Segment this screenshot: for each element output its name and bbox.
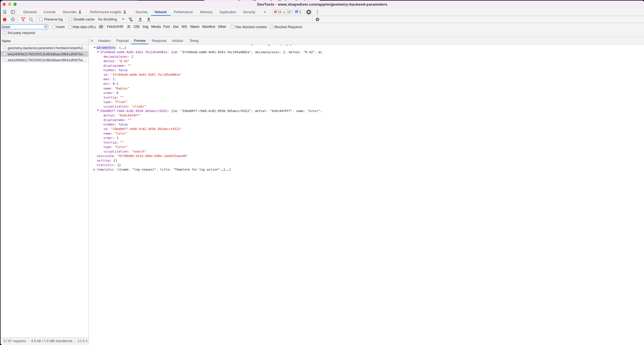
disable-cache-checkbox[interactable] xyxy=(69,18,72,21)
tab-recorder[interactable]: Recorder xyxy=(63,8,81,15)
json-line-displayname[interactable]: displayname: "" xyxy=(89,118,322,122)
tab-elements[interactable]: Elements xyxy=(23,8,37,15)
network-conditions-icon[interactable] xyxy=(128,17,133,22)
json-line-33bd00f7-fb60-4c82-9558-3b5abccf4322[interactable]: 33bd00f7-fb60-4c82-9558-3b5abccf4322: {i… xyxy=(89,109,322,113)
json-line-visualization[interactable]: visualization: "swatch" xyxy=(89,149,322,154)
request-row[interactable]: geometry-backend-parameters?embed=ticket… xyxy=(1,45,88,51)
json-line-min[interactable]: min: 0.1 xyxy=(89,82,322,86)
tab-security[interactable]: Security xyxy=(243,8,255,15)
blocked-requests-checkbox[interactable] xyxy=(270,25,273,28)
json-line-defval[interactable]: defval: "0x0c44f0ff" xyxy=(89,113,322,118)
json-line-defval[interactable]: defval: "0.42" xyxy=(89,59,322,64)
has-blocked-cookies-checkbox[interactable] xyxy=(231,25,234,28)
json-colon: : xyxy=(116,96,120,99)
filter-icon[interactable] xyxy=(21,17,25,21)
filter-type-ws[interactable]: WS xyxy=(182,24,187,29)
filter-type-wasm[interactable]: Wasm xyxy=(190,24,199,29)
json-line-id[interactable]: id: "33bd00f7-fb60-4c82-9558-3b5abccf432… xyxy=(89,127,322,131)
tab-sources[interactable]: Sources xyxy=(136,8,148,15)
json-key: tooltip xyxy=(103,96,116,99)
inspect-element-icon[interactable] xyxy=(3,10,7,14)
close-detail-icon[interactable] xyxy=(90,39,93,42)
json-line-setting[interactable]: setting: {} xyxy=(89,158,322,163)
detail-tab-headers[interactable]: Headers xyxy=(98,38,111,45)
json-line-hidden[interactable]: hidden: false xyxy=(89,68,322,73)
import-har-icon[interactable] xyxy=(138,17,142,22)
third-party-checkbox[interactable] xyxy=(3,31,6,34)
json-line-max[interactable]: max: 1 xyxy=(89,77,322,82)
throttling-select[interactable]: No throttling xyxy=(98,17,117,21)
detail-tab-response[interactable]: Response xyxy=(152,38,166,45)
filter-type-other[interactable]: Other xyxy=(218,24,226,29)
json-line-type[interactable]: type: "Float" xyxy=(89,100,322,104)
json-line-displayname[interactable]: displayname: "" xyxy=(89,64,322,68)
json-value: {} xyxy=(114,159,117,162)
kebab-menu-icon[interactable] xyxy=(317,10,318,15)
json-line-type[interactable]: type: "Color" xyxy=(89,145,322,149)
json-line-3fc04be8-edd6-4e01-9261-7bc145a4081e[interactable]: 3fc04be8-edd6-4e01-9261-7bc145a4081e: {i… xyxy=(89,50,322,55)
json-line-sessionId[interactable]: sessionId: "5578698d-b514-466d-b90e-1abd… xyxy=(89,154,322,158)
messages-badge[interactable]: 2 xyxy=(293,9,303,14)
json-line-visualization[interactable]: visualization: "slider" xyxy=(89,104,322,109)
preserve-log-label: Preserve log xyxy=(44,17,63,21)
json-line-hidden[interactable]: hidden: false xyxy=(89,122,322,127)
json-line-decimalplaces[interactable]: decimalplaces: 2 xyxy=(89,55,322,59)
network-settings-gear-icon[interactable] xyxy=(316,17,319,21)
json-line-order[interactable]: order: 1 xyxy=(89,136,322,140)
request-checkbox[interactable] xyxy=(3,58,6,61)
detail-tab-initiator[interactable]: Initiator xyxy=(172,38,183,45)
json-line-tooltip[interactable]: tooltip: "" xyxy=(89,140,322,145)
tab-application[interactable]: Application xyxy=(219,8,236,15)
invert-checkbox[interactable] xyxy=(52,25,55,28)
name-column-header[interactable]: Name xyxy=(1,38,88,45)
tab-network[interactable]: Network xyxy=(155,8,167,15)
detail-tab-timing[interactable]: Timing xyxy=(189,38,199,45)
search-icon[interactable] xyxy=(29,17,33,22)
json-line-templates[interactable]: templates: [{name: "log-request", title:… xyxy=(89,167,322,172)
json-line-name[interactable]: name: "Color" xyxy=(89,131,322,136)
filter-type-js[interactable]: JS xyxy=(127,24,130,29)
device-toolbar-icon[interactable] xyxy=(11,10,15,14)
divider xyxy=(304,10,305,14)
filter-type-manifest[interactable]: Manifest xyxy=(202,24,215,29)
divider xyxy=(312,17,312,22)
filter-type-doc[interactable]: Doc xyxy=(173,24,179,29)
settings-gear-icon[interactable] xyxy=(306,9,312,15)
detail-tab-payload[interactable]: Payload xyxy=(116,38,128,45)
json-line-tooltip[interactable]: tooltip: "" xyxy=(89,95,322,100)
json-line-parameters[interactable]: parameters: {,…} xyxy=(89,46,322,50)
json-line-statistic[interactable]: statistic: {} xyxy=(89,163,322,167)
request-row[interactable]: d4a345f4b21760200f13c983d8aec9f641df0875… xyxy=(1,51,88,57)
tab-label: Sources xyxy=(136,8,148,16)
more-tabs-chevron[interactable]: » xyxy=(264,8,266,15)
tab-performance-insights[interactable]: Performance insights xyxy=(90,8,126,15)
filter-type-all[interactable]: All xyxy=(98,24,104,29)
issues-badge[interactable]: 19 12 xyxy=(272,9,292,14)
preserve-log-checkbox[interactable] xyxy=(39,18,43,21)
filter-input[interactable]: ticket xyxy=(1,24,48,29)
json-key: visualization xyxy=(103,150,128,153)
json-key: displayname xyxy=(103,64,124,68)
record-icon[interactable] xyxy=(3,17,7,22)
filter-type-fetch-xhr[interactable]: Fetch/XHR xyxy=(107,24,123,29)
tab-console[interactable]: Console xyxy=(44,8,56,15)
filter-type-media[interactable]: Media xyxy=(151,24,161,29)
tab-performance[interactable]: Performance xyxy=(174,8,193,15)
request-row[interactable]: d4a345f4b21760200f13c983d8aec9f641df0875… xyxy=(1,57,88,63)
json-colon: : xyxy=(111,87,115,90)
json-line-name[interactable]: name: "Radius" xyxy=(89,86,322,91)
clear-icon[interactable] xyxy=(11,17,15,21)
tab-memory[interactable]: Memory xyxy=(200,8,212,15)
json-line-id[interactable]: id: "3fc04be8-edd6-4e01-9261-7bc145a4081… xyxy=(89,73,322,77)
clear-filter-icon[interactable] xyxy=(44,25,47,28)
export-har-icon[interactable] xyxy=(147,17,151,22)
hide-data-urls-checkbox[interactable] xyxy=(68,25,72,28)
filter-type-css[interactable]: CSS xyxy=(134,24,139,29)
third-party-label: 3rd-party requests xyxy=(7,31,35,35)
filter-type-font[interactable]: Font xyxy=(163,24,170,29)
json-line-order[interactable]: order: 0 xyxy=(89,91,322,95)
filter-type-img[interactable]: Img xyxy=(143,24,148,29)
request-checkbox[interactable] xyxy=(3,52,6,55)
devtools-tab-bar: ElementsConsoleRecorderPerformance insig… xyxy=(1,8,322,16)
request-checkbox[interactable] xyxy=(3,46,6,49)
